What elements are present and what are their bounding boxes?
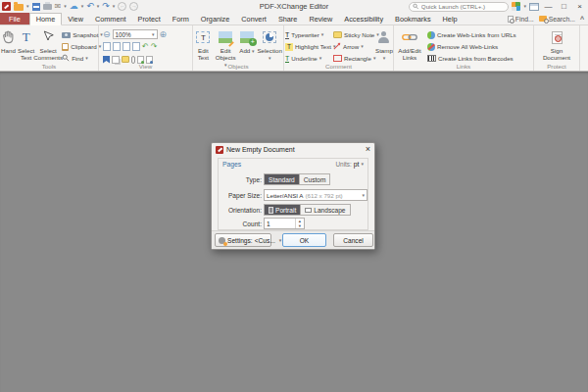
- zoom-out-icon[interactable]: ⊖: [103, 30, 111, 39]
- type-label: Type:: [219, 176, 262, 183]
- ribbon-tab-row: File Home View Comment Protect Form Orga…: [0, 13, 588, 25]
- typewriter-button[interactable]: T Typewriter ▾: [285, 30, 332, 39]
- close-button[interactable]: ×: [573, 1, 586, 12]
- undo-icon[interactable]: ↶: [86, 2, 94, 11]
- edit-objects-icon: [219, 31, 232, 43]
- arrow-dropdown-icon[interactable]: ▾: [361, 44, 364, 49]
- orientation-portrait-button[interactable]: Portrait: [265, 205, 300, 215]
- pdf-xchange-editor-window: ▾ ✉ ▾ ☁ ▾ ↶ ▾ ↷ ▾ ← → PDF-XChange Editor…: [0, 0, 588, 392]
- tab-accessibility[interactable]: Accessibility: [338, 13, 389, 24]
- quick-launch-input[interactable]: [421, 3, 506, 10]
- count-down-icon[interactable]: ▾: [296, 223, 304, 228]
- comments-pane-icon[interactable]: [122, 56, 129, 63]
- fit-width-icon[interactable]: [113, 42, 121, 51]
- app-logo-icon: [2, 2, 11, 11]
- highlight-text-icon: T: [285, 43, 293, 51]
- open-file-icon[interactable]: [14, 4, 24, 11]
- zoom-in-icon[interactable]: ⊕: [160, 30, 168, 39]
- comment-group-label: Comment: [284, 63, 393, 70]
- back-icon[interactable]: ←: [118, 2, 126, 11]
- arrow-tool-button[interactable]: Arrow ▾: [333, 42, 374, 51]
- remove-weblinks-button[interactable]: Remove All Web-Links: [427, 42, 516, 51]
- tabrow-right: Find... Search... ^: [508, 13, 588, 24]
- dialog-close-icon[interactable]: ×: [366, 145, 370, 154]
- search-folder-icon: [539, 16, 547, 22]
- zoom-row: ⊖ 100% ▾ ⊕: [99, 27, 192, 40]
- tools-group-label: Tools: [0, 63, 98, 70]
- cloud-dropdown-icon[interactable]: ▾: [81, 4, 84, 9]
- tab-help[interactable]: Help: [437, 13, 464, 24]
- tab-form[interactable]: Form: [167, 13, 195, 24]
- globe-remove-icon: [427, 43, 435, 51]
- underline-dropdown-icon[interactable]: ▾: [319, 56, 322, 61]
- maximize-button[interactable]: □: [558, 1, 570, 12]
- tab-home[interactable]: Home: [29, 13, 62, 25]
- undo-dropdown-icon[interactable]: ▾: [97, 4, 100, 9]
- zoom-level-select[interactable]: 100% ▾: [113, 29, 158, 39]
- print-icon[interactable]: [43, 4, 52, 10]
- collapse-ribbon-button[interactable]: ^: [580, 16, 584, 23]
- settings-button[interactable]: Settings: <Cus... ▾: [215, 233, 271, 247]
- find-ribbon-button[interactable]: Find ▾: [62, 54, 103, 63]
- type-standard-button[interactable]: Standard: [265, 174, 299, 184]
- redo-icon[interactable]: ↷: [102, 2, 110, 11]
- links-from-barcodes-button[interactable]: Create Links from Barcodes: [427, 54, 516, 63]
- ribbon-group-protect: Sign Document Protect: [534, 25, 580, 71]
- search-button[interactable]: Search...: [539, 16, 575, 23]
- add-object-icon: [240, 31, 254, 43]
- open-dropdown-icon[interactable]: ▾: [26, 4, 29, 9]
- rotate-ccw-icon[interactable]: ↶: [142, 43, 149, 51]
- sticky-note-button[interactable]: Sticky Note ▾: [333, 30, 374, 39]
- tab-view[interactable]: View: [62, 13, 89, 24]
- tab-protect[interactable]: Protect: [132, 13, 167, 24]
- cancel-button[interactable]: Cancel: [333, 233, 373, 247]
- redo-dropdown-icon[interactable]: ▾: [113, 4, 116, 9]
- snapshot-button[interactable]: Snapshot ▾: [62, 30, 103, 39]
- cloud-icon[interactable]: ☁: [70, 2, 78, 11]
- arrow-icon: [333, 42, 341, 51]
- find-dropdown-icon[interactable]: ▾: [85, 56, 88, 61]
- underline-button[interactable]: T Underline ▾: [285, 54, 332, 63]
- paper-size-select[interactable]: Letter/ANSI A (612 x 792 pt) ▾: [264, 189, 368, 201]
- tab-share[interactable]: Share: [272, 13, 303, 24]
- tab-review[interactable]: Review: [303, 13, 338, 24]
- save-icon[interactable]: [32, 3, 40, 11]
- forward-icon[interactable]: →: [129, 2, 138, 11]
- quick-launch-box[interactable]: [409, 2, 509, 12]
- fit-visible-icon[interactable]: [122, 42, 130, 51]
- tab-file[interactable]: File: [0, 13, 29, 24]
- find-button[interactable]: Find...: [508, 16, 534, 23]
- tab-organize[interactable]: Organize: [195, 13, 236, 24]
- tab-convert[interactable]: Convert: [235, 13, 272, 24]
- pages-groupbox: Pages Units: pt ▾ Type: Standard Custom …: [218, 158, 368, 230]
- typewriter-dropdown-icon[interactable]: ▾: [321, 32, 324, 37]
- minimize-button[interactable]: —: [542, 1, 555, 12]
- ui-theme-icon[interactable]: [512, 2, 520, 11]
- email-icon[interactable]: ✉: [55, 3, 62, 11]
- portrait-icon: [269, 207, 273, 214]
- highlight-text-button[interactable]: T Highlight Text ▾: [285, 42, 332, 51]
- tab-comment[interactable]: Comment: [89, 13, 132, 24]
- barcode-icon: [427, 55, 436, 62]
- titlebar-right: ▾ — □ ×: [409, 1, 586, 12]
- ok-button[interactable]: OK: [282, 233, 326, 247]
- edit-text-icon: T: [196, 31, 210, 43]
- email-dropdown-icon[interactable]: ▾: [64, 4, 67, 9]
- create-weblinks-button[interactable]: Create Web-Links from URLs: [427, 30, 516, 39]
- units-select[interactable]: Units: pt ▾: [335, 161, 364, 168]
- page-fit-row: ↶ ↷: [99, 40, 192, 53]
- clipboard-button[interactable]: Clipboard ▾: [62, 42, 103, 51]
- search-icon: [413, 3, 418, 10]
- orientation-landscape-button[interactable]: Landscape: [300, 205, 349, 215]
- theme-dropdown-icon[interactable]: ▾: [523, 4, 526, 9]
- ribbon-layout-icon[interactable]: [529, 3, 539, 11]
- count-label: Count:: [219, 220, 262, 227]
- rectangle-tool-button[interactable]: Rectangle ▾: [333, 54, 374, 63]
- tab-bookmarks[interactable]: Bookmarks: [389, 13, 437, 24]
- type-custom-button[interactable]: Custom: [299, 174, 330, 184]
- rotate-cw-icon[interactable]: ↷: [151, 43, 158, 51]
- dialog-title-bar[interactable]: New Empty Document ×: [212, 143, 374, 156]
- fit-page-icon[interactable]: [103, 42, 111, 51]
- zoom-area-icon[interactable]: [132, 42, 140, 51]
- count-input[interactable]: [265, 219, 295, 228]
